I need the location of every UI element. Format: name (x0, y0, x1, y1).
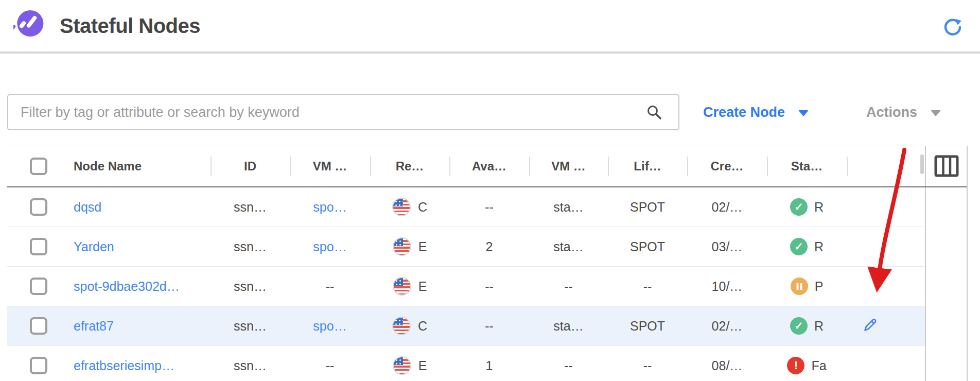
col-header-actions (847, 146, 925, 186)
filter-input-wrap (7, 94, 679, 130)
created-value: 02/… (687, 306, 767, 346)
vm-link[interactable]: spo… (313, 200, 346, 215)
region-label: C (418, 200, 427, 215)
node-name-link[interactable]: dqsd (74, 200, 101, 215)
column-picker-icon (934, 155, 959, 178)
node-name-link[interactable]: efrat87 (74, 319, 114, 334)
status-label: R (814, 239, 824, 254)
col-header-availability[interactable]: Ava… (449, 146, 529, 186)
node-name-link[interactable]: Yarden (74, 239, 114, 254)
vm-state-value: -- (529, 267, 608, 306)
lifecycle-value: -- (608, 346, 687, 381)
pencil-icon (862, 317, 878, 334)
row-checkbox[interactable] (30, 238, 47, 255)
node-name-link[interactable]: spot-9dbae302d… (74, 279, 180, 294)
table-row[interactable]: Yarden ssn… spo… E 2 sta… SPOT 03/… R (7, 227, 967, 267)
status-icon (791, 278, 808, 295)
region-label: E (418, 358, 427, 373)
us-flag-icon (392, 317, 411, 335)
status-icon (787, 357, 804, 374)
col-header-id[interactable]: ID (211, 146, 290, 186)
availability-value: -- (449, 267, 529, 306)
node-id: ssn… (211, 306, 290, 346)
vm-state-value: -- (529, 346, 608, 381)
row-checkbox[interactable] (30, 357, 47, 374)
node-id: ssn… (211, 227, 290, 267)
lifecycle-value: SPOT (608, 187, 687, 227)
lifecycle-value: SPOT (608, 306, 687, 346)
status-label: P (815, 279, 824, 294)
row-checkbox[interactable] (30, 278, 47, 295)
refresh-icon (943, 18, 962, 37)
region-label: E (418, 279, 427, 294)
column-picker-button[interactable] (934, 155, 959, 178)
table-row[interactable]: efratbseriesimp… ssn… -- E 1 -- -- 08/… … (7, 346, 967, 381)
node-id: ssn… (211, 346, 290, 381)
vm-link[interactable]: -- (326, 358, 335, 373)
table-body: dqsd ssn… spo… C -- sta… SPOT 02/… R (7, 187, 967, 381)
col-header-status[interactable]: Sta… (767, 146, 847, 186)
node-id: ssn… (211, 187, 290, 227)
node-name-link[interactable]: efratbseriesimp… (74, 358, 174, 373)
availability-value: -- (449, 306, 529, 346)
status-label: R (814, 319, 824, 334)
col-header-vm-state[interactable]: VM … (529, 146, 608, 186)
region-label: E (418, 239, 427, 254)
filter-input[interactable] (7, 94, 679, 130)
table-row[interactable]: efrat87 ssn… spo… C -- sta… SPOT 02/… R (7, 306, 967, 346)
row-checkbox[interactable] (30, 317, 47, 335)
page-header: Stateful Nodes (0, 0, 980, 54)
select-all-checkbox[interactable] (30, 158, 47, 175)
col-header-created[interactable]: Cre… (687, 146, 767, 186)
spot-logo-icon (13, 10, 45, 42)
chevron-down-icon (931, 110, 941, 116)
edit-button[interactable] (861, 317, 879, 335)
actions-label: Actions (866, 105, 917, 120)
table-header: Node Name ID VM … Re… Ava… VM … Lif… Cre… (7, 146, 967, 187)
status-icon (790, 198, 808, 216)
vm-link[interactable]: spo… (313, 319, 346, 334)
us-flag-icon (393, 356, 411, 375)
status-label: Fa (811, 358, 826, 373)
status-label: R (814, 200, 824, 215)
created-value: 02/… (687, 187, 767, 227)
lifecycle-value: -- (608, 267, 687, 306)
node-id: ssn… (211, 267, 290, 306)
created-value: 08/… (687, 346, 767, 381)
status-icon (790, 317, 808, 335)
us-flag-icon (392, 198, 411, 216)
availability-value: -- (449, 187, 529, 227)
col-header-region[interactable]: Re… (370, 146, 449, 186)
search-icon (646, 105, 662, 120)
page-title: Stateful Nodes (60, 14, 200, 38)
vm-state-value: sta… (529, 187, 608, 227)
col-header-lifecycle[interactable]: Lif… (608, 146, 687, 186)
created-value: 10/… (687, 267, 767, 306)
nodes-table: Node Name ID VM … Re… Ava… VM … Lif… Cre… (7, 146, 968, 381)
toolbar: Create Node Actions (7, 94, 980, 130)
created-value: 03/… (687, 227, 767, 267)
col-header-node-name[interactable]: Node Name (69, 146, 211, 186)
vm-state-value: sta… (529, 227, 608, 267)
region-label: C (418, 319, 427, 334)
actions-button[interactable]: Actions (866, 105, 941, 120)
create-node-button[interactable]: Create Node (703, 105, 809, 120)
create-node-label: Create Node (703, 105, 785, 120)
scrollbar-thumb[interactable] (920, 154, 924, 174)
us-flag-icon (393, 277, 411, 296)
availability-value: 1 (449, 346, 529, 381)
table-row[interactable]: spot-9dbae302d… ssn… -- E -- -- -- 10/… … (7, 267, 967, 306)
status-icon (790, 238, 808, 255)
us-flag-icon (393, 237, 411, 256)
row-checkbox[interactable] (30, 198, 47, 216)
vm-link[interactable]: -- (326, 279, 335, 294)
refresh-button[interactable] (943, 18, 962, 37)
vm-state-value: sta… (529, 306, 608, 346)
table-row[interactable]: dqsd ssn… spo… C -- sta… SPOT 02/… R (7, 187, 967, 227)
chevron-down-icon (798, 110, 809, 116)
vm-link[interactable]: spo… (313, 239, 346, 254)
col-header-vm[interactable]: VM … (290, 146, 370, 186)
lifecycle-value: SPOT (608, 227, 687, 267)
availability-value: 2 (449, 227, 529, 267)
